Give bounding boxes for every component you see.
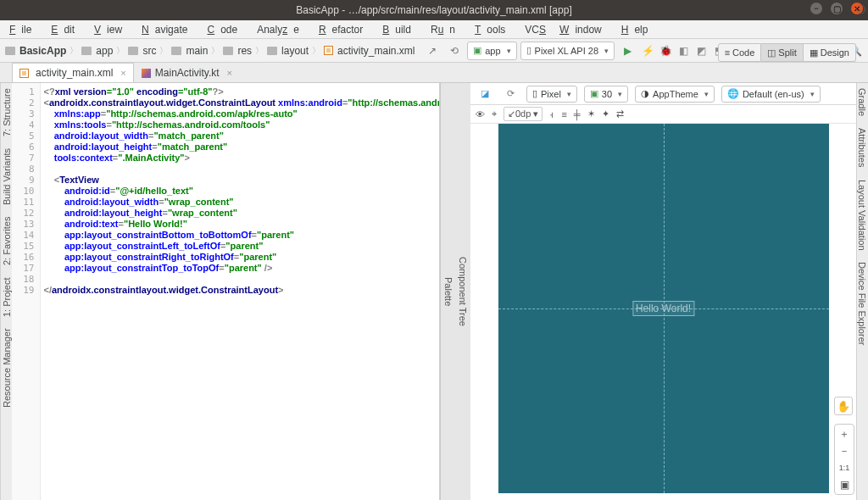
view-options-icon[interactable]: 👁 [476,109,485,119]
tool-attributes[interactable]: Attributes [858,128,867,167]
zoom-out-button[interactable]: － [836,443,853,458]
palette-panel-collapsed[interactable]: Palette [440,83,455,500]
folder-icon [267,47,277,55]
pan-tool-button[interactable]: ✋ [834,397,853,415]
code-editor[interactable]: 12345678910111213141516171819 <?xml vers… [12,83,440,500]
menu-bar: File Edit View Navigate Code Analyze Ref… [0,20,868,39]
menu-analyze[interactable]: Analyze [251,22,311,37]
menu-view[interactable]: View [88,22,134,37]
tool-resource-manager[interactable]: Resource Manager [2,329,11,408]
editor-view-switch: ≡ Code ◫ Split ▦ Design [718,43,856,62]
view-split-button[interactable]: ◫ Split [761,43,803,62]
crumb-src[interactable]: src [142,45,156,57]
tool-structure[interactable]: 7: Structure [2,88,11,136]
menu-file[interactable]: File [3,22,43,37]
window-minimize-button[interactable]: － [810,3,822,14]
crumb-project[interactable]: BasicApp [19,45,66,57]
project-icon [5,47,15,55]
editor-tabs: activity_main.xml × MainActivity.kt × ≡ … [0,63,868,83]
run-button[interactable]: ▶ [618,42,637,60]
convert-icon[interactable]: ⇄ [616,108,624,119]
warnings-icon[interactable]: ⓘ [853,0,868,19]
crumb-app[interactable]: app [96,45,113,57]
menu-run[interactable]: Run [425,22,467,37]
design-surface-icon[interactable]: ◪ [476,85,494,103]
folder-icon [128,47,138,55]
crumb-file[interactable]: activity_main.xml [337,45,415,57]
chevron-down-icon: ▾ [507,47,511,55]
zoom-in-button[interactable]: ＋ [836,426,853,442]
menu-vcs[interactable]: VCS [519,22,552,37]
left-tool-strip: Resource Manager 1: Project 2: Favorites… [0,83,12,500]
zoom-reset-button[interactable]: 1:1 [836,460,853,475]
chevron-icon: 〉 [255,45,264,57]
tool-device-file-explorer[interactable]: Device File Explorer [858,262,867,345]
crumb-layout[interactable]: layout [281,45,309,57]
toggle-issue-icon[interactable]: ⌖ [492,108,497,119]
menu-code[interactable]: Code [201,22,249,37]
chevron-icon: 〉 [312,45,320,57]
close-tab-icon[interactable]: × [120,68,125,78]
code-content[interactable]: <?xml version="1.0" encoding="utf-8"?> <… [41,83,440,500]
nav-back-button[interactable]: ⟲ [445,42,464,60]
component-tree-collapsed[interactable]: Component Tree [455,83,470,500]
debug-icon[interactable]: 🐞 [658,43,673,58]
apply-changes-icon[interactable]: ⚡ [640,43,655,58]
profiler-icon[interactable]: ◧ [676,43,691,58]
tool-project[interactable]: 1: Project [2,277,11,316]
folder-icon [223,47,233,55]
designer-toolbar: ◪ ⟳ ▯ Pixel ▾ ▣ 30 ▾ ◑ AppTheme ▾ 🌐 Defa… [470,83,856,105]
xml-file-icon [324,46,333,55]
device-preview[interactable]: Hello World! [498,124,829,493]
api-selector[interactable]: ▣ 30 ▾ [584,86,628,103]
tool-layout-validation[interactable]: Layout Validation [858,180,867,251]
crumb-main[interactable]: main [186,45,208,57]
menu-refactor[interactable]: Refactor [313,22,375,37]
theme-selector[interactable]: ◑ AppTheme ▾ [635,86,715,103]
view-design-button[interactable]: ▦ Design [804,43,856,62]
device-combo[interactable]: ▯ Pixel XL API 28 ▾ [520,42,615,60]
zoom-controls: ＋ － 1:1 ▣ [834,424,854,495]
chevron-icon: 〉 [70,45,78,57]
right-tool-strip: Gradle Attributes Layout Validation Devi… [856,83,868,500]
menu-build[interactable]: Build [376,22,423,37]
android-icon: ▣ [473,45,481,56]
view-code-button[interactable]: ≡ Code [718,43,762,62]
menu-edit[interactable]: Edit [45,22,86,37]
run-config-combo[interactable]: ▣ app ▾ [467,42,516,60]
tool-build-variants[interactable]: Build Variants [2,148,11,205]
tool-gradle[interactable]: Gradle [858,88,867,116]
phone-icon: ▯ [526,45,531,56]
close-tab-icon[interactable]: × [227,68,232,78]
orientation-icon[interactable]: ⟳ [501,85,520,103]
pack-icon[interactable]: ⫞ [549,109,554,119]
design-canvas[interactable]: Hello World! ✋ ＋ － 1:1 ▣ [470,124,856,500]
kotlin-file-icon [142,69,151,78]
tab-activity-main[interactable]: activity_main.xml × [12,63,134,82]
menu-window[interactable]: Window [554,22,614,37]
chevron-down-icon: ▾ [604,47,609,55]
line-gutter: 12345678910111213141516171819 [12,83,41,500]
sync-gradle-button[interactable]: ↗ [423,42,442,60]
tab-main-activity[interactable]: MainActivity.kt × [134,63,240,82]
folder-icon [81,47,92,55]
clear-constraints-icon[interactable]: ✶ [587,108,595,119]
designer-subtoolbar: 👁 ⌖ ↙0dp ▾ ⫞ ≡ ╪ ✶ ✦ ⇄ [470,105,856,124]
chevron-icon: 〉 [159,45,168,57]
menu-tools[interactable]: Tools [469,22,517,37]
guideline-icon[interactable]: ╪ [574,109,581,119]
preview-hello-text[interactable]: Hello World! [633,302,693,315]
window-titlebar: BasicApp - …/app/src/main/res/layout/act… [0,0,868,20]
align-icon[interactable]: ≡ [561,109,566,119]
zoom-fit-button[interactable]: ▣ [836,477,853,492]
menu-help[interactable]: Help [615,22,660,37]
menu-navigate[interactable]: Navigate [136,22,199,37]
tool-favorites[interactable]: 2: Favorites [2,217,11,265]
margin-selector[interactable]: ↙0dp ▾ [504,107,542,121]
window-maximize-button[interactable]: ▢ [831,3,843,14]
device-selector[interactable]: ▯ Pixel ▾ [526,86,577,103]
crumb-res[interactable]: res [237,45,252,57]
infer-constraints-icon[interactable]: ✦ [602,108,609,119]
locale-selector[interactable]: 🌐 Default (en-us) ▾ [721,86,821,103]
coverage-icon[interactable]: ◩ [693,43,709,58]
